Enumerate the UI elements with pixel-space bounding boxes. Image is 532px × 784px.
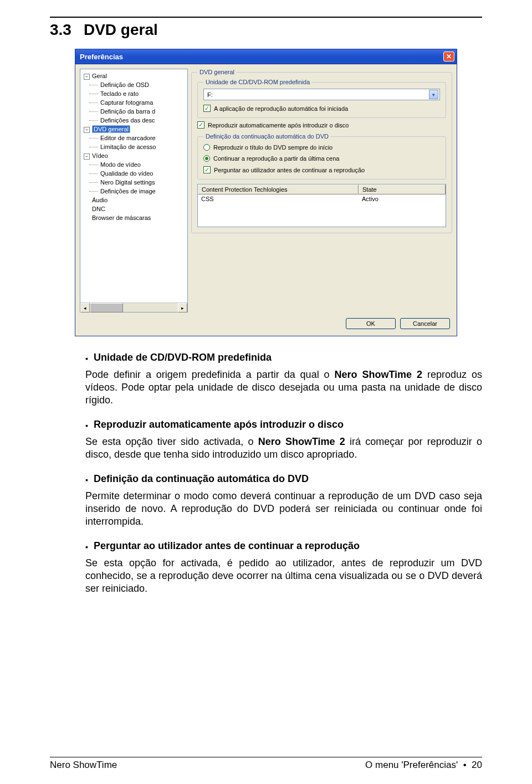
footer-right: O menu 'Preferências' • 20: [365, 760, 482, 771]
tree-child[interactable]: Teclado e rato: [81, 89, 186, 98]
table-header[interactable]: Content Protection Techlologies: [198, 185, 359, 194]
bullet-icon: ▪: [85, 419, 88, 432]
scroll-left-button[interactable]: ◂: [80, 303, 90, 312]
table-cell: Activo: [359, 194, 446, 203]
collapse-icon[interactable]: −: [84, 74, 90, 80]
tree-child[interactable]: Definições das desc: [81, 116, 186, 125]
horizontal-scrollbar[interactable]: ◂ ▸: [80, 303, 187, 312]
radio-label: Continuar a reprodução a partir da últim…: [213, 155, 339, 162]
table-row[interactable]: CSS Activo: [198, 194, 446, 203]
group-legend: DVD general: [197, 69, 237, 75]
drive-select[interactable]: F: ▾: [203, 89, 440, 100]
table-row: [198, 203, 446, 227]
doc-item: ▪Unidade de CD/DVD-ROM predefinida Pode …: [85, 352, 482, 407]
page-footer: Nero ShowTime O menu 'Preferências' • 20: [50, 757, 482, 771]
close-button[interactable]: ✕: [443, 52, 454, 62]
tree-child[interactable]: Limitação de acesso: [81, 142, 186, 151]
item-text: Permite determinar o modo como deverá co…: [85, 490, 482, 528]
item-text: Pode definir a origem predefinida a part…: [85, 368, 482, 407]
item-title: Reproduzir automaticamente após introduz…: [94, 419, 344, 431]
tree-child[interactable]: Editor de marcadore: [81, 134, 186, 142]
checkbox-label: Perguntar ao utilizador antes de continu…: [214, 167, 365, 173]
scroll-right-button[interactable]: ▸: [178, 303, 187, 312]
group-legend: Unidade de CD/DVD-ROM predefinida: [203, 79, 312, 85]
scroll-track[interactable]: [123, 303, 178, 312]
tree-child[interactable]: Qualidade do vídeo: [81, 169, 186, 178]
checkbox-autoplay-app[interactable]: ✓: [203, 105, 211, 112]
item-title: Perguntar ao utilizador antes de continu…: [94, 540, 360, 552]
footer-left: Nero ShowTime: [50, 760, 117, 771]
doc-item: ▪Perguntar ao utilizador antes de contin…: [85, 540, 482, 595]
tree-child[interactable]: Definição de OSD: [81, 80, 186, 89]
checkbox-autoplay-insert[interactable]: ✓: [197, 121, 204, 129]
group-default-drive: Unidade de CD/DVD-ROM predefinida F: ▾ ✓…: [197, 79, 446, 118]
dialog-title: Preferências: [80, 53, 123, 61]
group-resume: Definição da continuação automática do D…: [197, 133, 446, 180]
tree-node-video[interactable]: −Vídeo: [81, 151, 186, 160]
item-title: Unidade de CD/DVD-ROM predefinida: [94, 352, 272, 363]
preferences-dialog: Preferências ✕ −Geral Definição de OSD T…: [75, 49, 457, 336]
bullet-icon: ▪: [85, 352, 88, 365]
titlebar: Preferências ✕: [75, 49, 457, 64]
tree-child[interactable]: Definições de image: [81, 187, 186, 196]
tree-node-masks[interactable]: Browser de máscaras: [81, 213, 186, 222]
bullet-icon: ▪: [85, 540, 88, 554]
tree-node-audio[interactable]: Áudio: [81, 196, 186, 204]
item-text: Se esta opção for activada, é pedido ao …: [85, 557, 482, 595]
tree-child[interactable]: Capturar fotograma: [81, 98, 186, 107]
chevron-down-icon[interactable]: ▾: [429, 90, 438, 99]
section-number: 3.3: [50, 21, 71, 39]
checkbox-ask-user[interactable]: ✓: [203, 166, 211, 173]
tree-node-dnc[interactable]: DNC: [81, 204, 186, 213]
section-heading: 3.3 DVD geral: [50, 21, 482, 39]
tree-child[interactable]: Modo de vídeo: [81, 160, 186, 169]
tree-child[interactable]: Nero Digital settings: [81, 178, 186, 187]
item-text: Se esta opção tiver sido activada, o Ner…: [85, 435, 482, 461]
ok-button[interactable]: OK: [346, 318, 396, 329]
group-legend: Definição da continuação automática do D…: [203, 133, 331, 140]
group-dvd-general: DVD general Unidade de CD/DVD-ROM predef…: [191, 69, 452, 233]
radio-label: Reproduzir o título do DVD sempre do iní…: [213, 144, 332, 151]
checkbox-label: A aplicação de reprodução automática foi…: [214, 105, 348, 112]
tree-child[interactable]: Definição da barra d: [81, 107, 186, 116]
scroll-thumb[interactable]: [90, 303, 123, 312]
checkbox-label: Reproduzir automaticamente após introduz…: [208, 122, 349, 129]
bullet-icon: ▪: [85, 473, 88, 486]
item-title: Definição da continuação automática do D…: [94, 473, 309, 485]
section-title: DVD geral: [84, 21, 158, 39]
radio-from-start[interactable]: [203, 144, 210, 151]
doc-item: ▪Definição da continuação automática do …: [85, 473, 482, 528]
protection-table: Content Protection Techlologies State CS…: [197, 184, 446, 227]
tree[interactable]: −Geral Definição de OSD Teclado e rato C…: [80, 69, 187, 303]
collapse-icon[interactable]: −: [84, 153, 90, 160]
drive-value: F:: [207, 91, 213, 98]
cancel-button[interactable]: Cancelar: [400, 318, 450, 329]
table-cell: CSS: [198, 194, 359, 203]
collapse-icon[interactable]: −: [84, 127, 90, 133]
doc-item: ▪Reproduzir automaticamente após introdu…: [85, 419, 482, 461]
tree-node-geral[interactable]: −Geral: [81, 71, 186, 80]
tree-panel: −Geral Definição de OSD Teclado e rato C…: [80, 69, 188, 312]
tree-node-dvd-general[interactable]: −DVD general: [81, 125, 186, 134]
radio-from-last[interactable]: [203, 155, 210, 162]
table-header[interactable]: State: [359, 185, 446, 194]
